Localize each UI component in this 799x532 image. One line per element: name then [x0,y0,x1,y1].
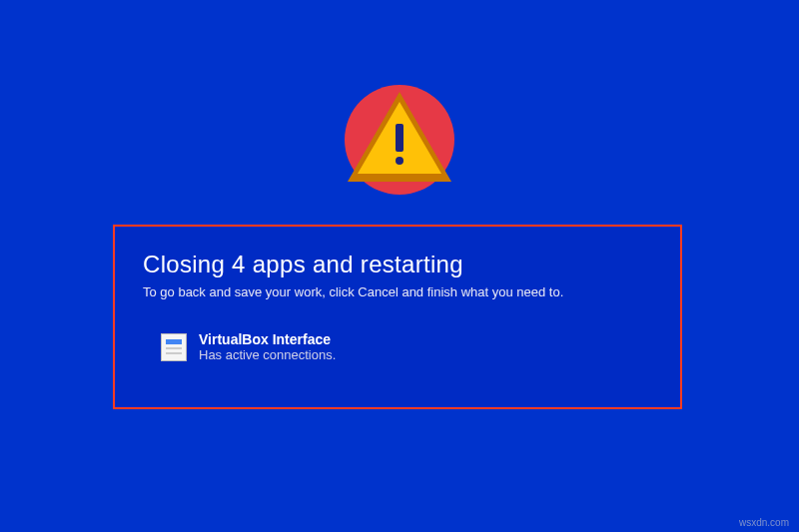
app-name-label: VirtualBox Interface [199,331,336,347]
watermark-text: wsxdn.com [739,517,789,528]
app-status-label: Has active connections. [199,347,336,362]
shutdown-dialog: Closing 4 apps and restarting To go back… [113,225,682,409]
app-icon [161,333,187,361]
dialog-title: Closing 4 apps and restarting [143,251,652,278]
app-list-item: VirtualBox Interface Has active connecti… [161,331,652,362]
dialog-subtitle: To go back and save your work, click Can… [143,284,652,299]
warning-icon [340,80,459,200]
exclamation-icon [396,124,403,165]
app-text-block: VirtualBox Interface Has active connecti… [199,331,336,362]
